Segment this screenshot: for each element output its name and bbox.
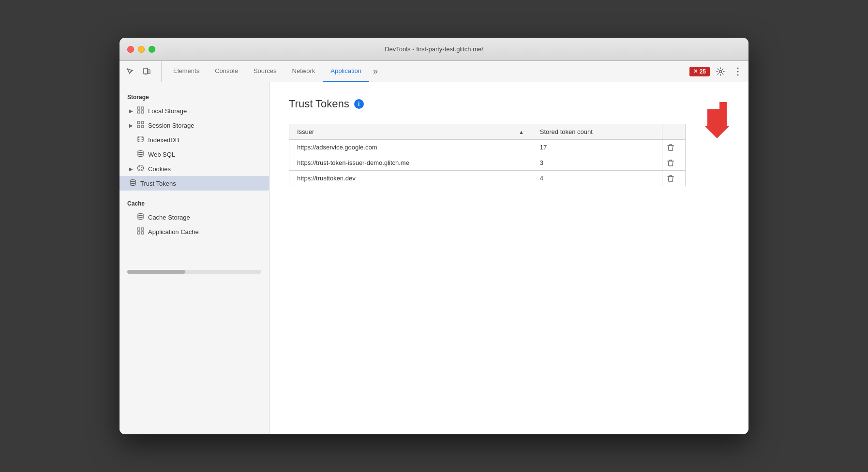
svg-point-19 bbox=[141, 167, 142, 168]
sort-arrow[interactable]: ▲ bbox=[519, 129, 524, 135]
delete-cell bbox=[662, 140, 686, 155]
trust-tokens-table: Issuer ▲ Stored token count bbox=[289, 124, 686, 186]
error-badge[interactable]: ✕ 25 bbox=[689, 67, 710, 76]
svg-point-17 bbox=[138, 165, 144, 171]
grid-icon bbox=[137, 121, 144, 130]
maximize-button[interactable] bbox=[149, 46, 155, 53]
sidebar-item-label: Trust Tokens bbox=[140, 180, 176, 187]
inspect-tool[interactable] bbox=[123, 65, 137, 78]
sidebar-item-label: Application Cache bbox=[148, 228, 199, 236]
svg-rect-27 bbox=[141, 232, 144, 234]
token-icon bbox=[129, 179, 136, 188]
error-icon: ✕ bbox=[693, 68, 698, 74]
db-icon bbox=[137, 135, 144, 144]
svg-rect-24 bbox=[137, 228, 140, 230]
svg-point-20 bbox=[139, 169, 140, 170]
table-row: https://trust-token-issuer-demo.glitch.m… bbox=[289, 155, 686, 171]
devtools-window: DevTools - first-party-test.glitch.me/ E… bbox=[120, 38, 748, 434]
svg-rect-8 bbox=[141, 107, 144, 109]
panel-title: Trust Tokens bbox=[289, 98, 349, 110]
sidebar: Storage ▶ Local Storage ▶ bbox=[120, 82, 269, 434]
devtools-tools bbox=[123, 61, 162, 82]
sidebar-item-application-cache[interactable]: Application Cache bbox=[120, 224, 269, 239]
svg-rect-14 bbox=[141, 125, 144, 128]
expand-arrow: ▶ bbox=[129, 108, 133, 114]
svg-point-2 bbox=[145, 73, 146, 74]
delete-button[interactable] bbox=[664, 158, 677, 168]
db-icon bbox=[137, 213, 144, 221]
svg-point-21 bbox=[141, 169, 142, 170]
tab-application[interactable]: Application bbox=[323, 61, 369, 82]
svg-point-22 bbox=[130, 180, 135, 182]
delete-cell bbox=[662, 155, 686, 171]
sidebar-item-label: Web SQL bbox=[148, 151, 175, 158]
svg-rect-1 bbox=[148, 70, 150, 74]
expand-arrow: ▶ bbox=[129, 166, 133, 172]
svg-marker-28 bbox=[705, 102, 729, 138]
svg-rect-13 bbox=[137, 125, 140, 128]
svg-point-16 bbox=[138, 151, 143, 153]
svg-rect-25 bbox=[141, 228, 144, 230]
delete-button[interactable] bbox=[664, 174, 677, 183]
close-button[interactable] bbox=[127, 46, 134, 53]
cookie-icon bbox=[137, 164, 144, 173]
sidebar-item-label: Cookies bbox=[148, 165, 171, 173]
grid-icon bbox=[137, 227, 144, 236]
tab-sources[interactable]: Sources bbox=[246, 61, 284, 82]
svg-point-3 bbox=[719, 70, 722, 73]
issuer-cell: https://adservice.google.com bbox=[289, 140, 532, 155]
minimize-button[interactable] bbox=[138, 46, 145, 53]
device-tool[interactable] bbox=[140, 65, 153, 78]
table-row: https://trusttoken.dev 4 bbox=[289, 171, 686, 186]
sidebar-item-session-storage[interactable]: ▶ Session Storage bbox=[120, 118, 269, 133]
svg-point-23 bbox=[138, 214, 143, 216]
col-actions bbox=[662, 124, 686, 140]
svg-point-18 bbox=[139, 166, 140, 167]
svg-rect-9 bbox=[137, 111, 140, 113]
delete-button[interactable] bbox=[664, 143, 677, 152]
issuer-cell: https://trust-token-issuer-demo.glitch.m… bbox=[289, 155, 532, 171]
main-content: Storage ▶ Local Storage ▶ bbox=[120, 82, 748, 434]
expand-arrow: ▶ bbox=[129, 123, 133, 128]
sidebar-item-label: Session Storage bbox=[148, 122, 194, 129]
tabbar: Elements Console Sources Network Applica… bbox=[120, 61, 748, 82]
titlebar: DevTools - first-party-test.glitch.me/ bbox=[120, 38, 748, 61]
info-icon[interactable]: i bbox=[354, 99, 364, 109]
more-options-button[interactable] bbox=[731, 65, 745, 78]
table-row: https://adservice.google.com 17 bbox=[289, 140, 686, 155]
sidebar-item-cookies[interactable]: ▶ Cookies bbox=[120, 162, 269, 176]
sidebar-item-label: Cache Storage bbox=[148, 214, 190, 221]
svg-rect-0 bbox=[144, 68, 148, 74]
storage-section-title: Storage bbox=[120, 90, 269, 103]
count-cell: 3 bbox=[532, 155, 662, 171]
issuer-cell: https://trusttoken.dev bbox=[289, 171, 532, 186]
svg-rect-7 bbox=[137, 107, 140, 109]
annotation-arrow bbox=[690, 100, 729, 138]
svg-rect-12 bbox=[141, 121, 144, 124]
sidebar-item-indexeddb[interactable]: IndexedDB bbox=[120, 133, 269, 147]
sidebar-item-label: IndexedDB bbox=[148, 136, 179, 144]
sidebar-scrollbar[interactable] bbox=[127, 270, 261, 274]
svg-point-15 bbox=[138, 136, 143, 138]
settings-button[interactable] bbox=[714, 65, 727, 78]
window-title: DevTools - first-party-test.glitch.me/ bbox=[385, 45, 483, 53]
svg-rect-11 bbox=[137, 121, 140, 124]
count-cell: 17 bbox=[532, 140, 662, 155]
tab-network[interactable]: Network bbox=[284, 61, 323, 82]
sidebar-item-web-sql[interactable]: Web SQL bbox=[120, 147, 269, 162]
more-tabs-button[interactable]: » bbox=[369, 61, 382, 82]
error-count: 25 bbox=[700, 68, 706, 75]
svg-point-6 bbox=[737, 74, 739, 75]
sidebar-item-trust-tokens[interactable]: Trust Tokens bbox=[120, 176, 269, 191]
sidebar-item-label: Local Storage bbox=[148, 107, 187, 115]
tab-console[interactable]: Console bbox=[207, 61, 246, 82]
sidebar-divider bbox=[120, 191, 269, 196]
sidebar-item-local-storage[interactable]: ▶ Local Storage bbox=[120, 103, 269, 118]
traffic-lights bbox=[127, 46, 155, 53]
svg-point-5 bbox=[737, 71, 739, 72]
tab-elements[interactable]: Elements bbox=[165, 61, 207, 82]
panel-title-container: Trust Tokens i bbox=[289, 98, 729, 110]
grid-icon bbox=[137, 106, 144, 115]
col-issuer[interactable]: Issuer ▲ bbox=[289, 124, 532, 140]
sidebar-item-cache-storage[interactable]: Cache Storage bbox=[120, 210, 269, 224]
